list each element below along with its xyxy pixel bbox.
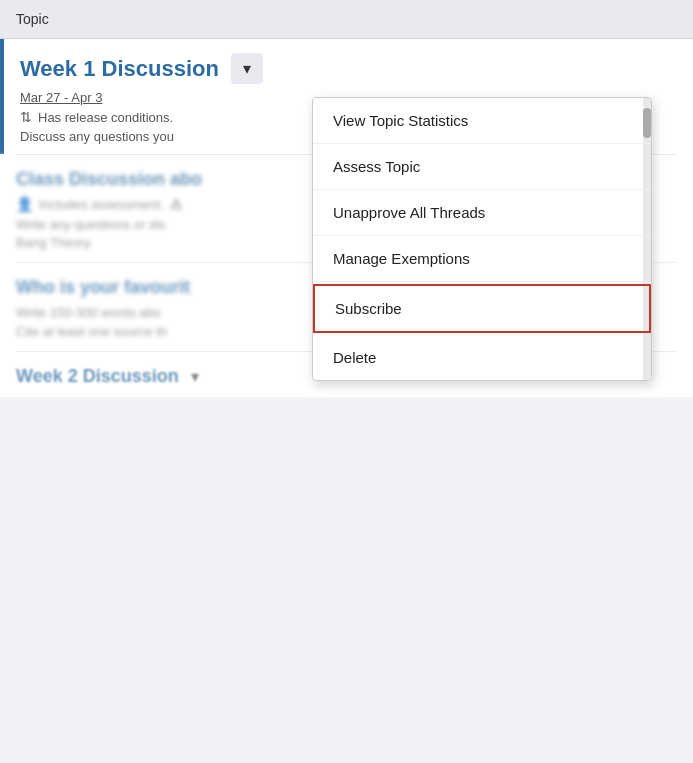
header-bar: Topic: [0, 0, 693, 39]
dropdown-item-manage-exemptions[interactable]: Manage Exemptions: [313, 236, 651, 282]
dropdown-item-assess-topic[interactable]: Assess Topic: [313, 144, 651, 190]
header-label: Topic: [16, 11, 49, 27]
week2-chevron-down-icon: ▾: [191, 367, 199, 386]
dropdown-item-view-topic-statistics[interactable]: View Topic Statistics: [313, 98, 651, 144]
dropdown-menu: View Topic Statistics Assess Topic Unapp…: [312, 97, 652, 381]
dropdown-item-delete[interactable]: Delete: [313, 335, 651, 380]
person-icon: 👤: [16, 196, 33, 212]
chevron-down-icon: ▾: [243, 59, 251, 78]
release-conditions-icon: ⇅: [20, 109, 32, 125]
main-content: Week 1 Discussion ▾ Mar 27 - Apr 3 ⇅ Has…: [0, 39, 693, 397]
dropdown-item-unapprove-all-threads[interactable]: Unapprove All Threads: [313, 190, 651, 236]
dropdown-item-subscribe[interactable]: Subscribe: [313, 284, 651, 333]
release-conditions-text: Has release conditions.: [38, 110, 173, 125]
page-container: Topic Week 1 Discussion ▾ Mar 27 - Apr 3…: [0, 0, 693, 763]
week1-dropdown-button[interactable]: ▾: [231, 53, 263, 84]
week2-title: Week 2 Discussion: [16, 366, 179, 387]
week1-title-row: Week 1 Discussion ▾: [20, 53, 677, 84]
warning-icon: ⚠: [170, 196, 183, 212]
week1-title: Week 1 Discussion: [20, 56, 219, 82]
class-discussion-meta-text: Includes assessment.: [39, 197, 164, 212]
